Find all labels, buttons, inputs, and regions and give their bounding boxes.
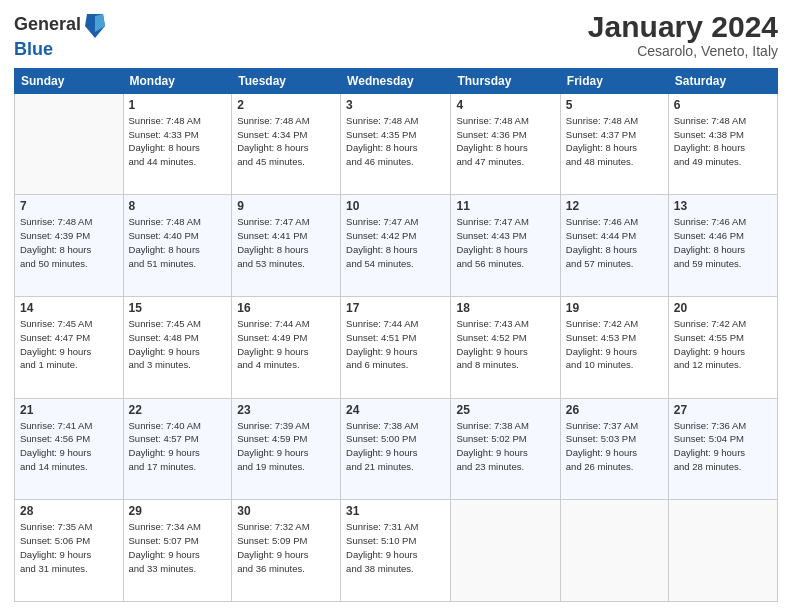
calendar-cell: 2Sunrise: 7:48 AMSunset: 4:34 PMDaylight… (232, 93, 341, 195)
calendar-week-row: 7Sunrise: 7:48 AMSunset: 4:39 PMDaylight… (15, 195, 778, 297)
day-info: Sunrise: 7:48 AMSunset: 4:33 PMDaylight:… (129, 114, 227, 169)
calendar-cell: 14Sunrise: 7:45 AMSunset: 4:47 PMDayligh… (15, 297, 124, 399)
calendar-cell: 19Sunrise: 7:42 AMSunset: 4:53 PMDayligh… (560, 297, 668, 399)
calendar-cell: 12Sunrise: 7:46 AMSunset: 4:44 PMDayligh… (560, 195, 668, 297)
calendar-cell: 20Sunrise: 7:42 AMSunset: 4:55 PMDayligh… (668, 297, 777, 399)
calendar-week-row: 1Sunrise: 7:48 AMSunset: 4:33 PMDaylight… (15, 93, 778, 195)
day-info: Sunrise: 7:48 AMSunset: 4:39 PMDaylight:… (20, 215, 118, 270)
day-info: Sunrise: 7:48 AMSunset: 4:40 PMDaylight:… (129, 215, 227, 270)
day-number: 11 (456, 199, 554, 213)
calendar-cell: 15Sunrise: 7:45 AMSunset: 4:48 PMDayligh… (123, 297, 232, 399)
logo-area: General Blue (14, 10, 107, 60)
day-info: Sunrise: 7:38 AMSunset: 5:02 PMDaylight:… (456, 419, 554, 474)
logo-text: General Blue (14, 10, 107, 60)
day-number: 13 (674, 199, 772, 213)
weekday-header-cell: Thursday (451, 68, 560, 93)
day-number: 16 (237, 301, 335, 315)
calendar-cell: 10Sunrise: 7:47 AMSunset: 4:42 PMDayligh… (341, 195, 451, 297)
calendar-cell: 29Sunrise: 7:34 AMSunset: 5:07 PMDayligh… (123, 500, 232, 602)
weekday-header-cell: Sunday (15, 68, 124, 93)
day-info: Sunrise: 7:47 AMSunset: 4:42 PMDaylight:… (346, 215, 445, 270)
calendar-cell: 4Sunrise: 7:48 AMSunset: 4:36 PMDaylight… (451, 93, 560, 195)
calendar-cell: 27Sunrise: 7:36 AMSunset: 5:04 PMDayligh… (668, 398, 777, 500)
day-number: 1 (129, 98, 227, 112)
day-info: Sunrise: 7:48 AMSunset: 4:37 PMDaylight:… (566, 114, 663, 169)
day-number: 18 (456, 301, 554, 315)
day-number: 10 (346, 199, 445, 213)
day-number: 2 (237, 98, 335, 112)
calendar-cell: 7Sunrise: 7:48 AMSunset: 4:39 PMDaylight… (15, 195, 124, 297)
day-number: 4 (456, 98, 554, 112)
day-number: 5 (566, 98, 663, 112)
calendar-cell: 21Sunrise: 7:41 AMSunset: 4:56 PMDayligh… (15, 398, 124, 500)
day-info: Sunrise: 7:46 AMSunset: 4:44 PMDaylight:… (566, 215, 663, 270)
location: Cesarolo, Veneto, Italy (588, 43, 778, 59)
day-number: 12 (566, 199, 663, 213)
calendar-cell: 11Sunrise: 7:47 AMSunset: 4:43 PMDayligh… (451, 195, 560, 297)
day-number: 30 (237, 504, 335, 518)
day-number: 6 (674, 98, 772, 112)
calendar-cell: 16Sunrise: 7:44 AMSunset: 4:49 PMDayligh… (232, 297, 341, 399)
calendar-cell: 3Sunrise: 7:48 AMSunset: 4:35 PMDaylight… (341, 93, 451, 195)
day-number: 21 (20, 403, 118, 417)
calendar-cell: 24Sunrise: 7:38 AMSunset: 5:00 PMDayligh… (341, 398, 451, 500)
calendar-table: SundayMondayTuesdayWednesdayThursdayFrid… (14, 68, 778, 602)
calendar-cell: 22Sunrise: 7:40 AMSunset: 4:57 PMDayligh… (123, 398, 232, 500)
day-info: Sunrise: 7:45 AMSunset: 4:48 PMDaylight:… (129, 317, 227, 372)
day-info: Sunrise: 7:45 AMSunset: 4:47 PMDaylight:… (20, 317, 118, 372)
page: General Blue January 2024 Cesarolo, Vene… (0, 0, 792, 612)
day-info: Sunrise: 7:41 AMSunset: 4:56 PMDaylight:… (20, 419, 118, 474)
day-number: 31 (346, 504, 445, 518)
day-info: Sunrise: 7:39 AMSunset: 4:59 PMDaylight:… (237, 419, 335, 474)
day-info: Sunrise: 7:48 AMSunset: 4:35 PMDaylight:… (346, 114, 445, 169)
calendar-cell: 17Sunrise: 7:44 AMSunset: 4:51 PMDayligh… (341, 297, 451, 399)
calendar-body: 1Sunrise: 7:48 AMSunset: 4:33 PMDaylight… (15, 93, 778, 601)
calendar-cell (15, 93, 124, 195)
day-info: Sunrise: 7:42 AMSunset: 4:53 PMDaylight:… (566, 317, 663, 372)
day-number: 22 (129, 403, 227, 417)
calendar-cell: 28Sunrise: 7:35 AMSunset: 5:06 PMDayligh… (15, 500, 124, 602)
day-info: Sunrise: 7:44 AMSunset: 4:49 PMDaylight:… (237, 317, 335, 372)
day-number: 19 (566, 301, 663, 315)
weekday-header-cell: Monday (123, 68, 232, 93)
weekday-header-cell: Saturday (668, 68, 777, 93)
day-info: Sunrise: 7:48 AMSunset: 4:38 PMDaylight:… (674, 114, 772, 169)
day-number: 27 (674, 403, 772, 417)
calendar-cell: 6Sunrise: 7:48 AMSunset: 4:38 PMDaylight… (668, 93, 777, 195)
day-info: Sunrise: 7:48 AMSunset: 4:34 PMDaylight:… (237, 114, 335, 169)
day-number: 23 (237, 403, 335, 417)
day-number: 28 (20, 504, 118, 518)
day-number: 9 (237, 199, 335, 213)
day-info: Sunrise: 7:36 AMSunset: 5:04 PMDaylight:… (674, 419, 772, 474)
calendar-week-row: 14Sunrise: 7:45 AMSunset: 4:47 PMDayligh… (15, 297, 778, 399)
day-number: 24 (346, 403, 445, 417)
day-number: 15 (129, 301, 227, 315)
day-number: 25 (456, 403, 554, 417)
day-info: Sunrise: 7:38 AMSunset: 5:00 PMDaylight:… (346, 419, 445, 474)
day-info: Sunrise: 7:31 AMSunset: 5:10 PMDaylight:… (346, 520, 445, 575)
calendar-cell: 31Sunrise: 7:31 AMSunset: 5:10 PMDayligh… (341, 500, 451, 602)
calendar-cell: 1Sunrise: 7:48 AMSunset: 4:33 PMDaylight… (123, 93, 232, 195)
calendar-cell: 8Sunrise: 7:48 AMSunset: 4:40 PMDaylight… (123, 195, 232, 297)
day-number: 20 (674, 301, 772, 315)
day-info: Sunrise: 7:43 AMSunset: 4:52 PMDaylight:… (456, 317, 554, 372)
logo-icon (83, 12, 107, 40)
day-number: 3 (346, 98, 445, 112)
weekday-header-cell: Tuesday (232, 68, 341, 93)
calendar-week-row: 21Sunrise: 7:41 AMSunset: 4:56 PMDayligh… (15, 398, 778, 500)
calendar-cell: 9Sunrise: 7:47 AMSunset: 4:41 PMDaylight… (232, 195, 341, 297)
day-info: Sunrise: 7:40 AMSunset: 4:57 PMDaylight:… (129, 419, 227, 474)
day-info: Sunrise: 7:37 AMSunset: 5:03 PMDaylight:… (566, 419, 663, 474)
day-number: 14 (20, 301, 118, 315)
day-info: Sunrise: 7:47 AMSunset: 4:41 PMDaylight:… (237, 215, 335, 270)
day-info: Sunrise: 7:47 AMSunset: 4:43 PMDaylight:… (456, 215, 554, 270)
weekday-header: SundayMondayTuesdayWednesdayThursdayFrid… (15, 68, 778, 93)
month-year: January 2024 (588, 10, 778, 43)
calendar-cell (560, 500, 668, 602)
calendar-cell (451, 500, 560, 602)
day-number: 17 (346, 301, 445, 315)
calendar-cell: 23Sunrise: 7:39 AMSunset: 4:59 PMDayligh… (232, 398, 341, 500)
day-number: 7 (20, 199, 118, 213)
day-info: Sunrise: 7:46 AMSunset: 4:46 PMDaylight:… (674, 215, 772, 270)
calendar-cell: 18Sunrise: 7:43 AMSunset: 4:52 PMDayligh… (451, 297, 560, 399)
